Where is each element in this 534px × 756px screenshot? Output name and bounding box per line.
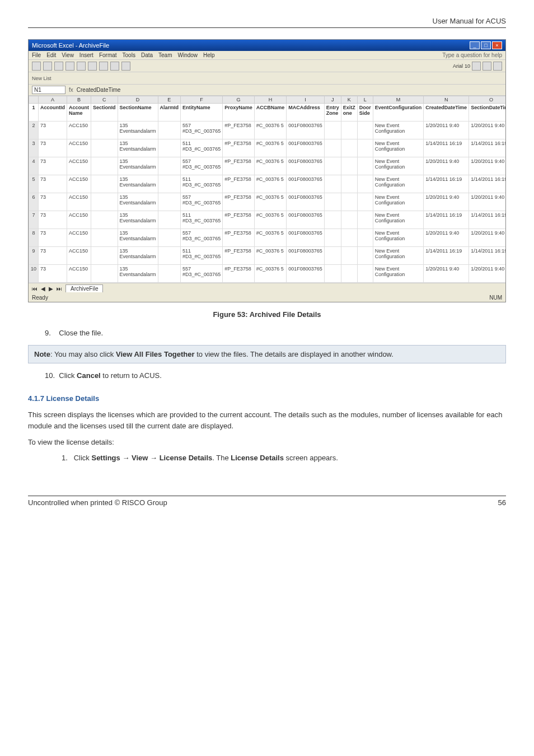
cell[interactable]: 511 #D3_#C_003765 xyxy=(181,211,223,229)
cell[interactable]: ACC150 xyxy=(67,193,91,211)
cell[interactable] xyxy=(357,193,373,211)
copy-icon[interactable] xyxy=(88,62,97,71)
col-header[interactable]: I xyxy=(287,96,325,104)
cell[interactable]: #P_FE3758 xyxy=(223,229,255,247)
cell[interactable] xyxy=(357,175,373,193)
col-header[interactable]: N xyxy=(424,96,469,104)
cell[interactable]: #P_FE3758 xyxy=(223,139,255,157)
cell[interactable] xyxy=(158,157,181,175)
cell[interactable]: 557 #D3_#C_003765 xyxy=(181,229,223,247)
col-header[interactable]: C xyxy=(91,96,118,104)
cell[interactable] xyxy=(341,139,357,157)
col-header[interactable]: B xyxy=(67,96,91,104)
col-header[interactable]: O xyxy=(469,96,505,104)
cell[interactable]: 1/20/2011 9:40 xyxy=(469,157,505,175)
cell[interactable]: 557 #D3_#C_003765 xyxy=(181,122,223,139)
cell[interactable]: #P_FE3758 xyxy=(223,175,255,193)
menu-format[interactable]: Format xyxy=(99,52,117,58)
cell[interactable]: 1/14/2011 16:19 xyxy=(424,247,469,265)
cell[interactable] xyxy=(91,211,118,229)
col-header[interactable]: D xyxy=(118,96,158,104)
cell[interactable] xyxy=(341,229,357,247)
cell[interactable] xyxy=(158,193,181,211)
font-size[interactable]: 10 xyxy=(465,63,470,69)
col-header[interactable]: J xyxy=(324,96,341,104)
cell[interactable]: 1/14/2011 16:19 xyxy=(424,139,469,157)
font-name[interactable]: Arial xyxy=(453,63,463,69)
cell[interactable]: 1/20/2011 9:40 xyxy=(469,193,505,211)
cell[interactable]: EventConfiguration xyxy=(373,104,424,122)
menu-tools[interactable]: Tools xyxy=(123,52,135,58)
cell[interactable]: #P_FE3758 xyxy=(223,122,255,139)
menu-view[interactable]: View xyxy=(62,52,74,58)
row-header[interactable]: 1 xyxy=(29,104,39,122)
cell[interactable] xyxy=(91,139,118,157)
cell[interactable]: #P_FE3758 xyxy=(223,193,255,211)
col-header[interactable]: F xyxy=(181,96,223,104)
cell[interactable]: #C_00376 5 xyxy=(254,229,287,247)
cell[interactable]: #P_FE3758 xyxy=(223,211,255,229)
paste-icon[interactable] xyxy=(99,62,108,71)
cell[interactable] xyxy=(91,193,118,211)
cell[interactable] xyxy=(324,175,341,193)
cell[interactable]: 001F08003765 xyxy=(287,122,325,139)
cell[interactable]: 511 #D3_#C_003765 xyxy=(181,247,223,265)
cell[interactable]: MACAddress xyxy=(287,104,325,122)
cell[interactable] xyxy=(341,265,357,283)
cell[interactable]: 557 #D3_#C_003765 xyxy=(181,157,223,175)
cell[interactable]: 511 #D3_#C_003765 xyxy=(181,175,223,193)
cell[interactable]: ACC150 xyxy=(67,139,91,157)
cell[interactable] xyxy=(158,265,181,283)
cell[interactable]: #C_00376 5 xyxy=(254,265,287,283)
close-icon[interactable]: × xyxy=(492,41,502,49)
cell[interactable]: 135 Eventsandalarm xyxy=(118,247,158,265)
cell[interactable]: ACC150 xyxy=(67,229,91,247)
cell[interactable]: AlarmId xyxy=(158,104,181,122)
cell[interactable]: #P_FE3758 xyxy=(223,265,255,283)
cell[interactable]: 73 xyxy=(39,211,67,229)
cell[interactable]: 73 xyxy=(39,175,67,193)
cell[interactable]: 001F08003765 xyxy=(287,139,325,157)
cell[interactable]: ACC150 xyxy=(67,122,91,139)
save-icon[interactable] xyxy=(54,62,63,71)
cell[interactable] xyxy=(91,265,118,283)
cell[interactable]: SectionName xyxy=(118,104,158,122)
cell[interactable]: #C_00376 5 xyxy=(254,139,287,157)
cell[interactable]: 135 Eventsandalarm xyxy=(118,211,158,229)
cell[interactable] xyxy=(357,211,373,229)
col-header[interactable]: A xyxy=(39,96,67,104)
cell[interactable]: 135 Eventsandalarm xyxy=(118,265,158,283)
cell[interactable]: EntityName xyxy=(181,104,223,122)
sheet-tab[interactable]: ArchiveFile xyxy=(65,284,103,292)
cell[interactable]: ACC150 xyxy=(67,175,91,193)
cell[interactable] xyxy=(341,157,357,175)
cell[interactable] xyxy=(91,122,118,139)
bold-icon[interactable] xyxy=(472,62,481,71)
cell[interactable] xyxy=(357,229,373,247)
nav-next-icon[interactable]: ▶ xyxy=(49,286,53,292)
cell[interactable]: 001F08003765 xyxy=(287,229,325,247)
menu-window[interactable]: Window xyxy=(177,52,198,58)
cell[interactable]: 511 #D3_#C_003765 xyxy=(181,139,223,157)
col-header[interactable]: E xyxy=(158,96,181,104)
cell[interactable]: 1/14/2011 16:19 xyxy=(469,175,505,193)
row-header[interactable]: 10 xyxy=(29,265,39,283)
cell[interactable]: 1/20/2011 9:40 xyxy=(469,265,505,283)
cell[interactable]: New Event Configuration xyxy=(373,193,424,211)
cell[interactable] xyxy=(357,139,373,157)
italic-icon[interactable] xyxy=(483,62,491,71)
cell[interactable]: Door Side xyxy=(357,104,373,122)
cell[interactable]: 1/14/2011 16:19 xyxy=(469,139,505,157)
nav-prev-icon[interactable]: ◀ xyxy=(41,286,45,292)
cell[interactable]: 1/14/2011 16:19 xyxy=(469,211,505,229)
undo-icon[interactable] xyxy=(110,62,119,71)
menu-team[interactable]: Team xyxy=(158,52,172,58)
name-box[interactable]: N1 xyxy=(32,86,65,94)
cell[interactable]: Entry Zone xyxy=(324,104,341,122)
row-header[interactable]: 9 xyxy=(29,247,39,265)
cell[interactable]: 001F08003765 xyxy=(287,211,325,229)
cell[interactable] xyxy=(158,175,181,193)
cell[interactable] xyxy=(324,265,341,283)
cell[interactable]: 135 Eventsandalarm xyxy=(118,157,158,175)
cell[interactable]: New Event Configuration xyxy=(373,157,424,175)
